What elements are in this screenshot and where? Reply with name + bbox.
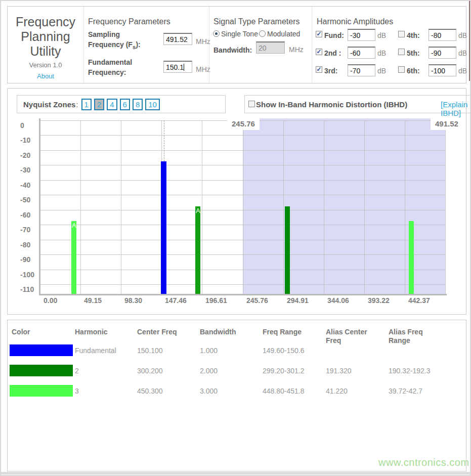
x-axis-tick-label: 294.91 bbox=[287, 296, 309, 305]
bar-3rd-harmonic bbox=[409, 221, 414, 294]
table-header-1: Harmonic bbox=[75, 328, 108, 336]
table-header-line: Alias Freq bbox=[389, 328, 423, 336]
ibhd-checkbox[interactable] bbox=[248, 101, 255, 107]
table-cell: 300.200 bbox=[137, 367, 163, 375]
y-axis-tick-label: -20 bbox=[20, 151, 30, 159]
table-header-line: Range bbox=[389, 336, 423, 345]
nyquist-zone-button-8[interactable]: 8 bbox=[133, 99, 143, 110]
nyquist-zone-button-1[interactable]: 1 bbox=[81, 99, 92, 110]
about-link[interactable]: About bbox=[8, 72, 83, 80]
color-swatch bbox=[10, 365, 73, 376]
v-gridline bbox=[364, 120, 365, 294]
harmonic-label-1: 2nd : bbox=[324, 48, 341, 58]
alias-bar-label: A bbox=[196, 207, 200, 214]
header-panel: Frequency Planning Utility Version 1.0 A… bbox=[7, 6, 466, 83]
y-axis-tick-label: -30 bbox=[20, 166, 30, 174]
nyquist-zone-2-shading bbox=[243, 118, 446, 294]
zone-start-label: 245.76 bbox=[227, 117, 260, 130]
x-axis-tick-label: 245.76 bbox=[246, 296, 268, 305]
frequency-parameters-section: Frequency Parameters Sampling Frequency … bbox=[83, 7, 209, 83]
table-cell: 299.20-301.2 bbox=[263, 367, 305, 375]
v-gridline bbox=[445, 120, 446, 294]
y-axis-line bbox=[39, 118, 40, 295]
y-axis-tick-label: 0 bbox=[20, 121, 24, 129]
ibhd-box: Show In-Band Harmonic Distortion (IBHD) … bbox=[244, 95, 471, 113]
text-cursor bbox=[184, 64, 184, 71]
harmonic-label-2: 3rd: bbox=[324, 66, 337, 76]
harmonic-input-1[interactable]: -60 bbox=[348, 47, 375, 59]
table-cell: 149.60-150.6 bbox=[263, 347, 305, 355]
nyquist-zone-button-2[interactable]: 2 bbox=[94, 99, 104, 110]
table-cell: 3.000 bbox=[200, 387, 218, 395]
x-axis-tick-label: 442.37 bbox=[408, 296, 430, 305]
ibhd-label: Show In-Band Harmonic Distortion (IBHD) bbox=[256, 100, 407, 109]
table-header-3: Bandwidth bbox=[200, 328, 236, 336]
nyquist-zone-button-4[interactable]: 4 bbox=[107, 99, 117, 110]
bandwidth-input[interactable]: 20 bbox=[256, 41, 285, 54]
radio-modulated[interactable] bbox=[259, 30, 266, 37]
harmonic-checkbox-4[interactable] bbox=[398, 49, 405, 55]
harmonic-input-4[interactable]: -90 bbox=[429, 47, 456, 59]
bandwidth-label: Bandwidth: bbox=[213, 45, 252, 55]
harmonic-amplitudes-section: Harmonic Amplitudes ✓Fund:-30dB✓2nd :-60… bbox=[312, 7, 466, 83]
harmonic-unit-3: dB bbox=[458, 31, 467, 39]
explain-ibhd-link[interactable]: [Explain IBHD] bbox=[441, 100, 471, 117]
nyquist-zones-box: Nyquist Zones: 1246810 bbox=[17, 95, 226, 113]
harmonic-label-0: Fund: bbox=[324, 30, 344, 40]
app-title: Frequency Planning Utility bbox=[8, 15, 83, 59]
v-gridline bbox=[202, 120, 202, 294]
bar-fundamental bbox=[161, 161, 166, 294]
harmonic-input-0[interactable]: -30 bbox=[348, 29, 375, 41]
y-axis-tick-label: -90 bbox=[20, 255, 30, 264]
table-cell: 448.80-451.8 bbox=[263, 387, 305, 395]
bar-2nd-harmonic-alias bbox=[195, 206, 200, 294]
table-cell: 191.320 bbox=[326, 367, 352, 375]
fundamental-frequency-marker bbox=[164, 120, 164, 161]
v-gridline bbox=[80, 120, 81, 294]
bar-3rd-harmonic-alias bbox=[71, 221, 76, 294]
harmonic-input-5[interactable]: -100 bbox=[429, 64, 456, 76]
x-axis-tick-label: 98.30 bbox=[124, 296, 142, 305]
window-edge-artifact bbox=[469, 1, 470, 81]
harmonic-input-2[interactable]: -70 bbox=[348, 64, 375, 76]
table-cell: 3 bbox=[75, 387, 79, 395]
harmonic-unit-5: dB bbox=[458, 67, 467, 75]
table-header-line: Freq bbox=[326, 336, 367, 345]
v-gridline bbox=[324, 120, 324, 294]
radio-label-1: Modulated bbox=[267, 30, 300, 38]
color-swatch bbox=[10, 385, 73, 397]
sampling-frequency-input[interactable]: 491.52 bbox=[163, 33, 192, 45]
signal-type-section: Signal Type Parameters Single ToneModula… bbox=[209, 7, 312, 83]
table-header-5: Alias CenterFreq bbox=[326, 328, 367, 345]
harmonics-table-panel: ColorHarmonicCenter FreqBandwidthFreq Ra… bbox=[7, 320, 466, 471]
table-cell: 150.100 bbox=[137, 347, 163, 355]
table-cell: 39.72-42.7 bbox=[389, 387, 422, 395]
harmonic-checkbox-5[interactable] bbox=[398, 66, 405, 73]
harmonic-unit-0: dB bbox=[377, 31, 386, 39]
fundamental-frequency-input[interactable]: 150.1 bbox=[163, 61, 192, 73]
table-cell: 2.000 bbox=[200, 367, 218, 375]
radio-single-tone[interactable] bbox=[213, 30, 220, 37]
x-axis-tick-label: 49.15 bbox=[84, 296, 102, 305]
table-header-line: Harmonic bbox=[75, 328, 108, 336]
harmonic-label-4: 5th: bbox=[407, 48, 420, 58]
harmonic-checkbox-2[interactable]: ✓ bbox=[316, 66, 322, 73]
harmonic-input-3[interactable]: -80 bbox=[429, 29, 456, 41]
y-axis-tick-label: -80 bbox=[20, 241, 30, 249]
table-header-line: Center Freq bbox=[137, 328, 177, 336]
nyquist-zone-button-10[interactable]: 10 bbox=[145, 99, 160, 110]
nyquist-zone-button-6[interactable]: 6 bbox=[120, 99, 130, 110]
table-cell: 41.220 bbox=[326, 387, 348, 395]
harmonic-unit-1: dB bbox=[377, 49, 386, 57]
harmonic-checkbox-1[interactable]: ✓ bbox=[316, 49, 322, 55]
table-header-6: Alias FreqRange bbox=[389, 328, 423, 345]
chart-panel: Nyquist Zones: 1246810 Show In-Band Harm… bbox=[7, 88, 466, 315]
table-header-line: Color bbox=[12, 328, 30, 336]
bandwidth-unit: MHz bbox=[289, 46, 304, 54]
radio-label-0: Single Tone bbox=[221, 30, 258, 38]
table-cell: Fundamental bbox=[75, 347, 116, 355]
harmonic-checkbox-0[interactable]: ✓ bbox=[316, 31, 322, 37]
y-axis-tick-label: -40 bbox=[20, 181, 30, 189]
harmonic-checkbox-3[interactable] bbox=[398, 31, 405, 37]
table-cell: 450.300 bbox=[137, 387, 163, 395]
